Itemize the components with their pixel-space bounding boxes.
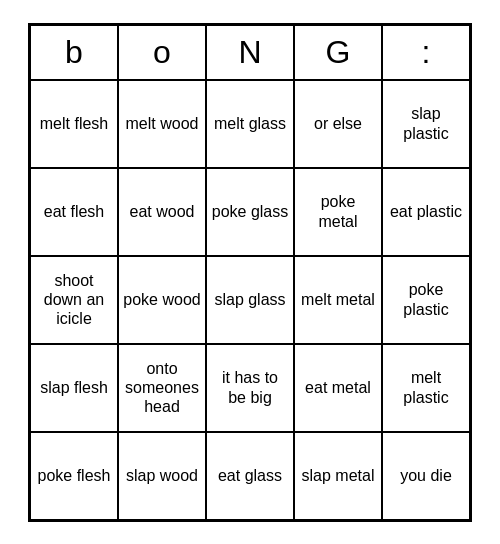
cell-r0-c0[interactable]: melt flesh — [30, 80, 118, 168]
header-g: G — [294, 25, 382, 80]
cell-r4-c2[interactable]: eat glass — [206, 432, 294, 520]
cell-r0-c1[interactable]: melt wood — [118, 80, 206, 168]
header-n: N — [206, 25, 294, 80]
bingo-card: b o N G : melt fleshmelt woodmelt glasso… — [28, 23, 472, 522]
cell-r0-c4[interactable]: slap plastic — [382, 80, 470, 168]
cell-r4-c0[interactable]: poke flesh — [30, 432, 118, 520]
cell-r2-c4[interactable]: poke plastic — [382, 256, 470, 344]
cell-r4-c4[interactable]: you die — [382, 432, 470, 520]
cell-r3-c4[interactable]: melt plastic — [382, 344, 470, 432]
cell-r1-c3[interactable]: poke metal — [294, 168, 382, 256]
cell-r2-c3[interactable]: melt metal — [294, 256, 382, 344]
header-b: b — [30, 25, 118, 80]
cell-r3-c1[interactable]: onto someones head — [118, 344, 206, 432]
bingo-header: b o N G : — [30, 25, 470, 80]
cell-r1-c4[interactable]: eat plastic — [382, 168, 470, 256]
cell-r3-c0[interactable]: slap flesh — [30, 344, 118, 432]
header-o: o — [118, 25, 206, 80]
cell-r1-c1[interactable]: eat wood — [118, 168, 206, 256]
cell-r0-c3[interactable]: or else — [294, 80, 382, 168]
header-colon: : — [382, 25, 470, 80]
cell-r2-c1[interactable]: poke wood — [118, 256, 206, 344]
cell-r2-c2[interactable]: slap glass — [206, 256, 294, 344]
cell-r1-c0[interactable]: eat flesh — [30, 168, 118, 256]
cell-r4-c3[interactable]: slap metal — [294, 432, 382, 520]
cell-r0-c2[interactable]: melt glass — [206, 80, 294, 168]
cell-r3-c2[interactable]: it has to be big — [206, 344, 294, 432]
cell-r4-c1[interactable]: slap wood — [118, 432, 206, 520]
cell-r1-c2[interactable]: poke glass — [206, 168, 294, 256]
cell-r3-c3[interactable]: eat metal — [294, 344, 382, 432]
cell-r2-c0[interactable]: shoot down an icicle — [30, 256, 118, 344]
bingo-grid: melt fleshmelt woodmelt glassor elseslap… — [30, 80, 470, 520]
